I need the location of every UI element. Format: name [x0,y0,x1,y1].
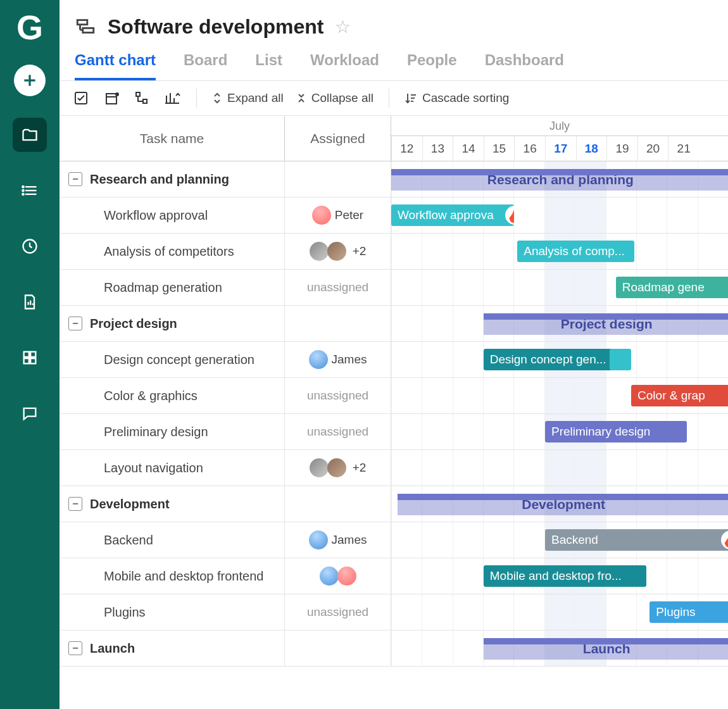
group-row: −LaunchLaunch [60,631,728,667]
task-bar[interactable]: Plugins [650,601,728,623]
timeline-cell: Backend [391,522,728,558]
day-13: 13 [422,136,453,161]
task-cell[interactable]: Backend [60,522,285,558]
group-bar[interactable]: Research and planning [391,169,728,191]
timeline-days: 12131415161718192021 [391,136,728,161]
task-name: Design concept generation [104,353,254,367]
collapse-toggle[interactable]: − [68,497,82,511]
task-cell[interactable]: Layout navigation [60,450,285,486]
collapse-all-label: Collapse all [311,91,373,105]
assigned-cell[interactable]: +2 [285,450,391,486]
task-cell[interactable]: Design concept generation [60,342,285,377]
collapse-toggle[interactable]: − [68,172,82,186]
assigned-cell[interactable]: +2 [285,234,391,269]
timeline-cell: Mobile and desktop fro... [391,558,728,594]
folder-nav-icon[interactable] [13,118,47,152]
task-cell[interactable]: Mobile and desktop frontend [60,558,285,594]
task-bar[interactable]: Color & grap [631,385,728,406]
day-20: 20 [637,136,668,161]
task-cell[interactable]: −Development [60,486,285,522]
group-bar[interactable]: Development [398,494,728,515]
assigned-cell[interactable]: James [285,522,391,558]
task-cell[interactable]: Roadmap generation [60,270,285,305]
task-bar[interactable]: Mobile and desktop fro... [484,565,647,587]
baseline-tool-icon[interactable] [163,89,181,107]
task-cell[interactable]: Plugins [60,594,285,630]
task-bar[interactable]: Preliminary design [545,421,687,442]
assigned-cell[interactable] [285,631,391,666]
task-row: PluginsunassignedPlugins [60,594,728,631]
avatar [337,567,356,586]
timeline-cell: Color & grap [391,378,728,413]
collapse-all-button[interactable]: Collapse all [296,91,373,105]
expand-all-button[interactable]: Expand all [212,91,284,105]
assigned-cell[interactable] [285,558,391,594]
task-name: Preliminary design [104,425,208,439]
svg-point-5 [22,186,23,187]
hierarchy-tool-icon[interactable] [133,89,151,107]
list-nav-icon[interactable] [13,173,47,208]
svg-rect-12 [24,352,29,357]
tab-people[interactable]: People [407,51,457,80]
favorite-star-icon[interactable]: ☆ [335,16,351,37]
project-icon [75,16,96,38]
titlebar: Software development ☆ [60,0,728,44]
add-button[interactable] [14,65,46,96]
timeline-cell: Research and planning [391,161,728,197]
clock-nav-icon[interactable] [13,229,47,263]
task-bar[interactable]: Workflow approva [391,204,514,226]
report-nav-icon[interactable] [13,285,47,319]
task-cell[interactable]: −Launch [60,631,285,666]
view-tabs: Gantt chartBoardListWorkloadPeopleDashbo… [60,44,728,81]
assigned-cell[interactable]: unassigned [285,594,391,630]
group-bar[interactable]: Project design [484,313,728,335]
assigned-cell[interactable] [285,306,391,341]
grid-nav-icon[interactable] [13,341,47,375]
cascade-sort-button[interactable]: Cascade sorting [405,91,509,105]
assigned-cell[interactable]: James [285,342,391,377]
assigned-cell[interactable] [285,161,391,197]
assignee-unassigned: unassigned [307,280,368,294]
task-cell[interactable]: −Research and planning [60,161,285,197]
assigned-cell[interactable] [285,486,391,522]
timeline-cell: Analysis of comp... [391,234,728,269]
day-14: 14 [453,136,484,161]
group-bar[interactable]: Launch [484,638,728,660]
task-bar[interactable]: Backend [545,529,728,551]
task-row: Preliminary designunassignedPreliminary … [60,414,728,450]
task-cell[interactable]: Preliminary design [60,414,285,449]
task-bar-extra[interactable] [610,349,631,370]
avatar [327,458,346,477]
project-title: Software development [108,15,323,39]
task-bar[interactable]: Design concept gen... [484,349,628,370]
day-16: 16 [514,136,545,161]
tab-list[interactable]: List [255,51,282,80]
tab-workload[interactable]: Workload [310,51,379,80]
task-bar[interactable]: Roadmap gene [616,277,728,298]
assigned-cell[interactable]: unassigned [285,270,391,305]
tab-dashboard[interactable]: Dashboard [485,51,564,80]
task-name: Project design [90,317,177,331]
assigned-cell[interactable]: unassigned [285,378,391,413]
task-cell[interactable]: Analysis of competitors [60,234,285,269]
task-bar[interactable]: Analysis of comp... [517,241,634,262]
checkbox-tool-icon[interactable] [72,89,90,107]
tab-gantt-chart[interactable]: Gantt chart [75,51,156,80]
timeline-cell: Development [391,486,728,522]
task-row: Analysis of competitors+2Analysis of com… [60,234,728,270]
tab-board[interactable]: Board [184,51,227,80]
assigned-cell[interactable]: unassigned [285,414,391,449]
task-cell[interactable]: Workflow approval [60,198,285,233]
calendar-tool-icon[interactable] [103,89,120,107]
month-label: July [391,116,728,136]
svg-rect-21 [106,94,116,104]
task-cell[interactable]: Color & graphics [60,378,285,413]
chat-nav-icon[interactable] [13,396,47,430]
collapse-toggle[interactable]: − [68,641,82,655]
svg-rect-14 [24,358,29,363]
task-cell[interactable]: −Project design [60,306,285,341]
avatar [327,242,346,261]
assigned-cell[interactable]: Peter [285,198,391,233]
timeline-cell [391,450,728,486]
collapse-toggle[interactable]: − [68,317,82,330]
